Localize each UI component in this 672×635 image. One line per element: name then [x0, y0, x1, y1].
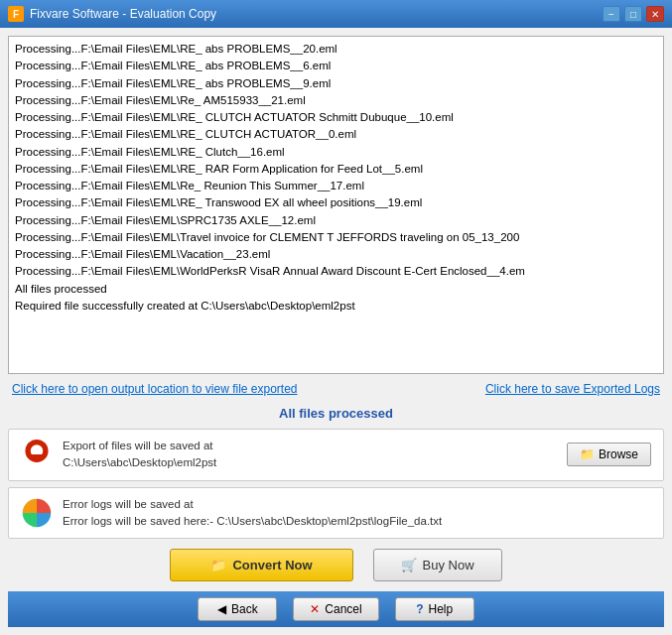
- log-line: Processing...F:\Email Files\EML\Vacation…: [15, 246, 657, 263]
- pie-chart-icon: [21, 497, 53, 529]
- convert-now-button[interactable]: 📁 Convert Now: [170, 549, 352, 581]
- help-label: Help: [429, 602, 454, 616]
- export-panel: Export of files will be saved at C:\User…: [8, 429, 664, 481]
- log-line: Processing...F:\Email Files\EML\RE_ abs …: [15, 58, 657, 74]
- browse-button[interactable]: 📁 Browse: [567, 443, 651, 466]
- help-icon: ?: [416, 602, 423, 616]
- window-title: Fixvare Software - Evaluation Copy: [30, 7, 216, 21]
- log-line: Processing...F:\Email Files\EML\RE_ Tran…: [15, 194, 657, 211]
- back-arrow-icon: ◀: [217, 602, 226, 616]
- log-line: Processing...F:\Email Files\EML\Re_ AM51…: [15, 92, 657, 109]
- status-message: All files processed: [8, 404, 664, 423]
- save-logs-link[interactable]: Click here to save Exported Logs: [485, 382, 660, 396]
- log-line: Processing...F:\Email Files\EML\Travel i…: [15, 229, 657, 246]
- log-line: All files processed: [15, 281, 657, 298]
- log-line: Processing...F:\Email Files\EML\RE_ abs …: [15, 75, 657, 92]
- minimize-button[interactable]: −: [603, 6, 620, 22]
- cancel-label: Cancel: [325, 602, 361, 616]
- log-line: Processing...F:\Email Files\EML\RE_ Clut…: [15, 144, 657, 161]
- app-icon: F: [8, 6, 24, 22]
- convert-icon: 📁: [210, 558, 226, 572]
- action-buttons: 📁 Convert Now 🛒 Buy Now: [8, 545, 664, 585]
- error-info-text: Error logs will be saved at Error logs w…: [63, 496, 651, 531]
- export-label: Export of files will be saved at: [63, 440, 213, 451]
- cancel-button[interactable]: ✕ Cancel: [293, 597, 378, 621]
- links-row: Click here to open output location to vi…: [8, 380, 664, 398]
- bottom-bar: ◀ Back ✕ Cancel ? Help: [8, 591, 664, 627]
- error-panel: Error logs will be saved at Error logs w…: [8, 487, 664, 540]
- log-line: Processing...F:\Email Files\EML\RE_ CLUT…: [15, 109, 657, 126]
- log-line: Processing...F:\Email Files\EML\SPRC1735…: [15, 212, 657, 229]
- back-label: Back: [231, 602, 258, 616]
- title-bar-left: F Fixvare Software - Evaluation Copy: [8, 6, 216, 22]
- cart-icon: 🛒: [401, 558, 417, 572]
- window-body: Processing...F:\Email Files\EML\RE_ abs …: [0, 28, 672, 635]
- folder-icon: 📁: [580, 447, 595, 461]
- log-area[interactable]: Processing...F:\Email Files\EML\RE_ abs …: [8, 36, 664, 374]
- cancel-icon: ✕: [310, 602, 320, 616]
- log-line: Processing...F:\Email Files\EML\RE_ CLUT…: [15, 126, 657, 143]
- error-label: Error logs will be saved at: [63, 498, 194, 510]
- log-line: Processing...F:\Email Files\EML\WorldPer…: [15, 263, 657, 280]
- close-button[interactable]: ✕: [646, 6, 664, 22]
- export-info-text: Export of files will be saved at C:\User…: [63, 438, 559, 472]
- buy-label: Buy Now: [423, 558, 474, 572]
- title-bar: F Fixvare Software - Evaluation Copy − □…: [0, 0, 672, 28]
- location-icon: [21, 439, 53, 470]
- log-line: Processing...F:\Email Files\EML\RE_ abs …: [15, 41, 657, 58]
- browse-label: Browse: [599, 447, 638, 461]
- title-bar-controls: − □ ✕: [603, 6, 664, 22]
- maximize-button[interactable]: □: [624, 6, 642, 22]
- back-button[interactable]: ◀ Back: [198, 597, 277, 621]
- buy-now-button[interactable]: 🛒 Buy Now: [373, 549, 502, 581]
- log-line: Processing...F:\Email Files\EML\Re_ Reun…: [15, 178, 657, 194]
- convert-label: Convert Now: [232, 558, 312, 572]
- log-line: Processing...F:\Email Files\EML\RE_ RAR …: [15, 161, 657, 178]
- error-path: Error logs will be saved here:- C:\Users…: [63, 515, 442, 527]
- open-output-link[interactable]: Click here to open output location to vi…: [12, 382, 298, 396]
- help-button[interactable]: ? Help: [395, 597, 474, 621]
- export-path: C:\Users\abc\Desktop\eml2pst: [63, 456, 216, 468]
- log-line: Required file successfully created at C:…: [15, 298, 657, 315]
